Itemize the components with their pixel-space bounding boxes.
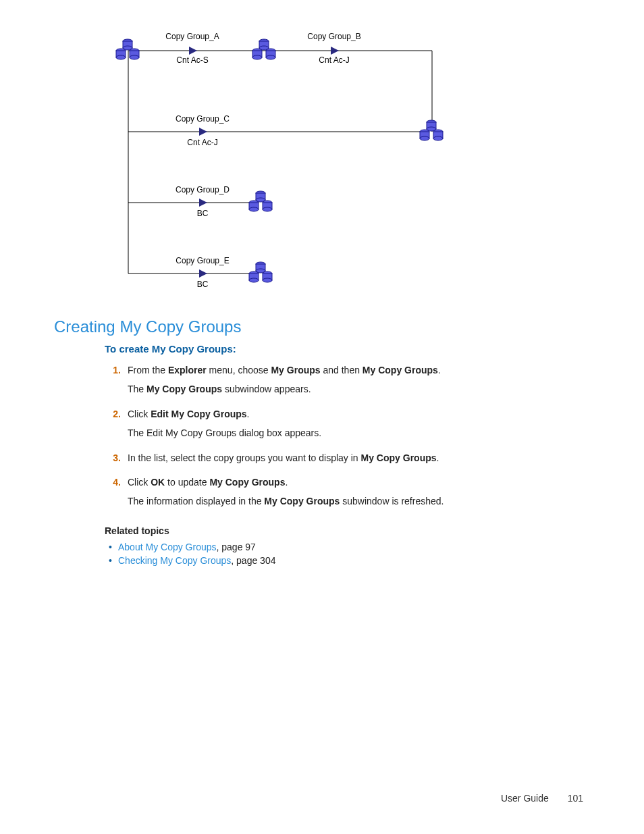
related-item: Checking My Copy Groups, page 304 [118, 555, 590, 566]
step-line: Click Edit My Copy Groups. [128, 407, 590, 421]
section-subtitle: To create My Copy Groups: [105, 343, 590, 355]
svg-text:BC: BC [197, 280, 209, 289]
step-number: 3. [105, 450, 121, 469]
steps-list: 1.From the Explorer menu, choose My Grou… [105, 363, 590, 513]
svg-text:Cnt Ac-J: Cnt Ac-J [187, 138, 217, 147]
related-heading: Related topics [105, 525, 590, 536]
step: 1.From the Explorer menu, choose My Grou… [105, 363, 590, 401]
step-body: Click Edit My Copy Groups.The Edit My Co… [128, 407, 590, 445]
svg-text:Copy Group_A: Copy Group_A [165, 32, 219, 41]
step: 3.In the list, select the copy groups yo… [105, 450, 590, 469]
step-line: In the list, select the copy groups you … [128, 450, 590, 465]
footer-page-number: 101 [568, 793, 583, 804]
step-line: From the Explorer menu, choose My Groups… [128, 363, 590, 377]
step-number: 2. [105, 407, 121, 445]
svg-text:Copy Group_B: Copy Group_B [307, 32, 360, 41]
copy-groups-diagram: Copy Group_A Copy Group_B Cnt Ac-S Cnt A… [108, 20, 590, 297]
svg-text:Copy Group_C: Copy Group_C [176, 114, 230, 124]
step-body: In the list, select the copy groups you … [128, 450, 590, 469]
svg-text:BC: BC [197, 209, 209, 218]
step: 2.Click Edit My Copy Groups.The Edit My … [105, 407, 590, 445]
step-line: Click OK to update My Copy Groups. [128, 475, 590, 490]
svg-text:Copy Group_D: Copy Group_D [176, 185, 230, 194]
step-line: The Edit My Copy Groups dialog box appea… [128, 425, 590, 440]
step-line: The information displayed in the My Copy… [128, 494, 590, 509]
step-number: 1. [105, 363, 121, 401]
step-body: Click OK to update My Copy Groups.The in… [128, 475, 590, 513]
step-number: 4. [105, 475, 121, 513]
related-link[interactable]: About My Copy Groups [118, 542, 217, 552]
related-item: About My Copy Groups, page 97 [118, 542, 590, 552]
related-link[interactable]: Checking My Copy Groups [118, 555, 231, 566]
page-footer: User Guide 101 [501, 793, 583, 804]
section-title: Creating My Copy Groups [54, 317, 590, 336]
footer-label: User Guide [501, 793, 549, 804]
related-list: About My Copy Groups, page 97Checking My… [105, 542, 590, 566]
svg-text:Cnt Ac-J: Cnt Ac-J [319, 55, 349, 65]
step: 4.Click OK to update My Copy Groups.The … [105, 475, 590, 513]
svg-text:Cnt Ac-S: Cnt Ac-S [176, 55, 208, 65]
svg-text:Copy Group_E: Copy Group_E [176, 256, 229, 265]
step-body: From the Explorer menu, choose My Groups… [128, 363, 590, 401]
step-line: The My Copy Groups subwindow appears. [128, 382, 590, 396]
